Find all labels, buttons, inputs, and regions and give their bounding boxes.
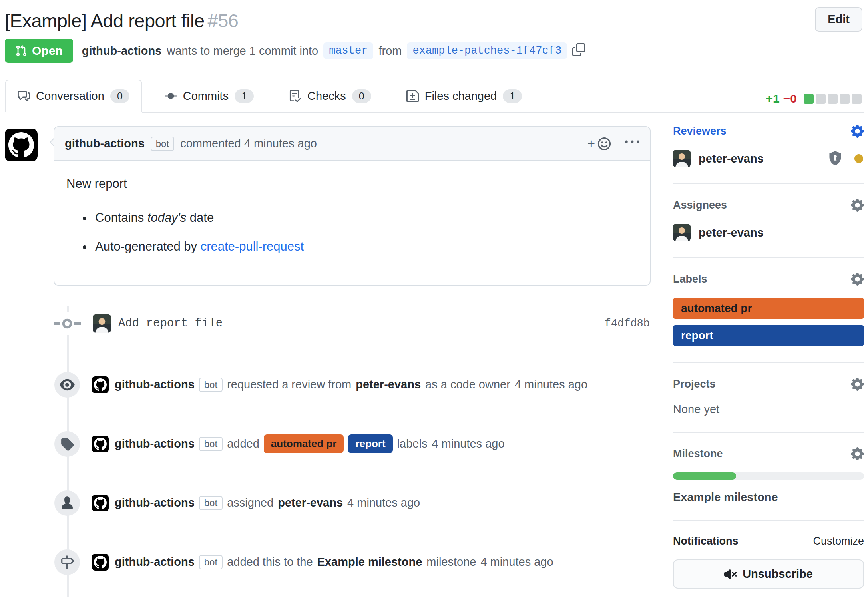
milestone-progress-bar [673, 472, 864, 480]
plus-icon: + [587, 136, 595, 151]
from-text: from [378, 44, 402, 58]
github-actions-avatar[interactable] [92, 436, 109, 452]
event-target-milestone[interactable]: Example milestone [317, 555, 422, 569]
pr-sidebar: Reviewers peter-evans Assignees pet [673, 113, 864, 597]
event-timestamp: 4 minutes ago [515, 378, 587, 391]
tab-files-changed[interactable]: Files changed 1 [394, 80, 535, 113]
create-pull-request-link[interactable]: create-pull-request [201, 239, 304, 253]
commit-dot-icon [54, 312, 81, 335]
pr-meta-row: Open github-actions wants to merge 1 com… [5, 39, 864, 63]
bot-badge: bot [199, 496, 223, 510]
file-diff-icon [406, 90, 419, 102]
tab-checks[interactable]: Checks 0 [276, 80, 384, 113]
github-actions-avatar[interactable] [92, 554, 109, 571]
event-actor[interactable]: github-actions [115, 555, 195, 569]
comment-actions: + [587, 135, 639, 152]
reviewers-title[interactable]: Reviewers [673, 125, 727, 137]
comment-action-text: commented 4 minutes ago [180, 137, 317, 150]
timeline-event-assigned: github-actions bot assigned peter-evans … [5, 490, 651, 516]
gear-icon[interactable] [851, 273, 864, 286]
event-text: github-actions bot added this to the Exa… [115, 555, 553, 569]
github-actions-avatar[interactable] [5, 129, 38, 161]
gear-icon[interactable] [851, 447, 864, 460]
bot-badge: bot [199, 555, 223, 569]
comment-author[interactable]: github-actions [65, 137, 145, 150]
assignees-title: Assignees [673, 199, 727, 211]
customize-link[interactable]: Customize [813, 535, 864, 547]
github-actions-avatar[interactable] [92, 376, 109, 393]
projects-header: Projects [673, 378, 864, 391]
sidebar-label-automated-pr[interactable]: automated pr [673, 298, 864, 319]
reviewers-header: Reviewers [673, 125, 864, 138]
labels-section: Labels automated pr report [673, 269, 864, 363]
timeline-event-review-requested: github-actions bot requested a review fr… [5, 372, 651, 398]
diff-block [852, 94, 862, 104]
tab-commits[interactable]: Commits 1 [152, 80, 267, 113]
assignee-name[interactable]: peter-evans [699, 226, 764, 239]
tab-conversation[interactable]: Conversation 0 [5, 80, 142, 113]
labels-title: Labels [673, 273, 707, 285]
assignees-section: Assignees peter-evans [673, 195, 864, 258]
comment-bullet-list: Contains today's date Auto-generated by … [66, 209, 638, 256]
comment-intro: New report [66, 175, 638, 193]
bot-badge: bot [199, 378, 223, 392]
git-pull-request-icon [15, 45, 27, 57]
merge-summary: github-actions wants to merge 1 commit i… [82, 42, 585, 59]
commit-sha-link[interactable]: f4dfd8b [605, 318, 650, 330]
label-chip-automated-pr[interactable]: automated pr [264, 434, 344, 453]
diff-block [816, 94, 826, 104]
italic-text: today's [147, 211, 186, 225]
reviewer-name[interactable]: peter-evans [699, 152, 764, 165]
add-reaction-button[interactable]: + [587, 136, 611, 151]
gear-icon[interactable] [851, 125, 864, 138]
diff-block [804, 94, 814, 104]
diff-block [828, 94, 838, 104]
pr-author[interactable]: github-actions [82, 44, 162, 58]
reviewer-avatar[interactable] [673, 150, 691, 167]
assignee-avatar[interactable] [673, 224, 691, 241]
notifications-header: Notifications Customize [673, 535, 864, 547]
label-chip-report[interactable]: report [348, 434, 392, 453]
gear-icon[interactable] [851, 378, 864, 391]
pr-title-text: [Example] Add report file [5, 10, 205, 31]
event-actor[interactable]: github-actions [115, 496, 195, 509]
projects-title: Projects [673, 378, 716, 390]
pr-timeline: Add report file f4dfd8b github-actions b… [5, 312, 651, 597]
event-target-user[interactable]: peter-evans [356, 378, 421, 391]
sidebar-label-report[interactable]: report [673, 325, 864, 346]
event-actor[interactable]: github-actions [115, 378, 195, 391]
base-branch-chip[interactable]: master [323, 42, 373, 59]
edit-button[interactable]: Edit [815, 7, 862, 32]
reviewer-row: peter-evans [673, 150, 864, 167]
commit-message-link[interactable]: Add report file [118, 317, 223, 330]
milestone-name[interactable]: Example milestone [673, 491, 778, 503]
diffstat-deletions: −0 [783, 92, 797, 105]
tab-label: Files changed [425, 90, 497, 103]
tab-label: Checks [307, 90, 346, 103]
notifications-title: Notifications [673, 535, 739, 547]
assignees-header: Assignees [673, 199, 864, 212]
github-actions-avatar[interactable] [92, 495, 109, 511]
event-target-user[interactable]: peter-evans [278, 496, 343, 509]
gear-icon[interactable] [851, 199, 864, 212]
git-commit-icon [165, 90, 177, 102]
reviewers-section: Reviewers peter-evans [673, 121, 864, 184]
diffstat: +1 −0 [766, 92, 862, 112]
commit-row: Add report file f4dfd8b [5, 312, 651, 335]
timeline-event-labeled: github-actions bot added automated pr re… [5, 431, 651, 457]
diffstat-blocks [804, 94, 862, 104]
comment-header: github-actions bot commented 4 minutes a… [54, 127, 650, 161]
milestone-header: Milestone [673, 447, 864, 460]
copy-branch-icon[interactable] [572, 43, 585, 59]
committer-avatar[interactable] [93, 314, 111, 333]
tab-count: 1 [235, 89, 254, 103]
pr-tab-bar: Conversation 0 Commits 1 Checks 0 Files … [5, 80, 864, 113]
event-timestamp: 4 minutes ago [347, 496, 420, 509]
kebab-menu-icon[interactable] [625, 135, 639, 152]
comment-box: github-actions bot commented 4 minutes a… [54, 126, 651, 286]
event-actor[interactable]: github-actions [115, 437, 195, 450]
tag-icon [54, 431, 80, 457]
unsubscribe-button[interactable]: Unsubscribe [673, 559, 864, 589]
labels-list: automated pr report [673, 298, 864, 346]
head-branch-chip[interactable]: example-patches-1f47cf3 [407, 42, 567, 59]
